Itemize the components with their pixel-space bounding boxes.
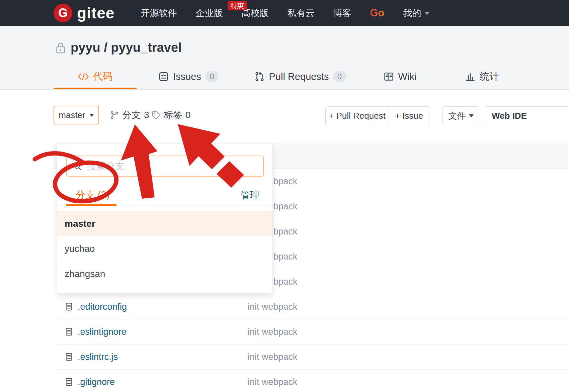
web-ide-button[interactable]: Web IDE bbox=[485, 106, 569, 125]
tab-statistics[interactable]: 统计 bbox=[465, 67, 499, 86]
active-tab-indicator bbox=[54, 88, 137, 89]
nav-item-enterprise[interactable]: 企业版 bbox=[195, 7, 223, 19]
branch-selector-label: master bbox=[59, 110, 85, 120]
file-icon bbox=[65, 377, 73, 387]
gitee-logo-icon[interactable]: G bbox=[54, 4, 72, 22]
commit-message-link[interactable]: init webpack bbox=[248, 302, 298, 312]
search-icon bbox=[72, 161, 82, 171]
tab-statistics-label: 统计 bbox=[480, 70, 499, 83]
branches-count: 3 bbox=[144, 110, 149, 120]
commit-message-link[interactable]: init webpack bbox=[248, 327, 298, 337]
file-menu-button[interactable]: 文件 bbox=[442, 106, 479, 125]
file-icon bbox=[65, 327, 73, 336]
pr-issue-button-group: + Pull Request + Issue bbox=[325, 106, 429, 125]
branch-option-yuchao[interactable]: yuchao bbox=[57, 236, 272, 261]
tab-wiki-label: Wiki bbox=[398, 71, 417, 82]
nav-item-my[interactable]: 我的 bbox=[403, 7, 430, 19]
chevron-down-icon bbox=[424, 12, 430, 15]
nav-menu: 开源软件 企业版 高校版 私有云 博客 Go 我的 bbox=[141, 7, 430, 19]
branches-label: 分支 bbox=[122, 109, 141, 121]
new-issue-button[interactable]: + Issue bbox=[389, 106, 429, 125]
file-name-link[interactable]: .eslintignore bbox=[78, 327, 127, 337]
tags-label: 标签 bbox=[164, 109, 182, 121]
brand-name[interactable]: gitee bbox=[77, 4, 114, 22]
tag-icon bbox=[151, 110, 161, 120]
branches-tab[interactable]: 分支 (3) bbox=[76, 188, 110, 202]
branches-stat[interactable]: 分支 3 bbox=[110, 106, 149, 124]
promo-badge: 特惠 bbox=[228, 1, 247, 10]
tab-code-label: 代码 bbox=[93, 70, 112, 83]
tab-pull-requests-label: Pull Requests bbox=[269, 71, 329, 82]
nav-item-private-cloud[interactable]: 私有云 bbox=[287, 7, 314, 19]
wiki-icon bbox=[384, 71, 394, 82]
issues-count-badge: 0 bbox=[205, 71, 219, 82]
lock-icon bbox=[55, 41, 67, 55]
chevron-down-icon bbox=[89, 114, 94, 117]
commit-message-link[interactable]: init webpack bbox=[248, 352, 298, 362]
branch-dropdown-panel: 分支 (3) 管理 master yuchao zhangsan bbox=[57, 143, 273, 293]
file-menu-label: 文件 bbox=[449, 110, 466, 122]
tab-pull-requests[interactable]: Pull Requests 0 bbox=[254, 67, 346, 86]
nav-item-opensource[interactable]: 开源软件 bbox=[141, 7, 177, 19]
table-row[interactable]: .eslintrc.js init webpack bbox=[54, 345, 568, 370]
branch-option-zhangsan[interactable]: zhangsan bbox=[57, 261, 272, 286]
repo-header: pyyu / pyyu_travel 代码 Issues 0 Pull Requ… bbox=[0, 26, 569, 90]
dropdown-active-tab-indicator bbox=[66, 204, 116, 206]
tags-stat[interactable]: 标签 0 bbox=[151, 106, 191, 124]
tab-wiki[interactable]: Wiki bbox=[384, 67, 417, 86]
table-row[interactable]: .editorconfig init webpack bbox=[54, 294, 568, 319]
tab-issues-label: Issues bbox=[173, 71, 201, 82]
nav-item-blog[interactable]: 博客 bbox=[333, 7, 351, 19]
commit-message-link[interactable]: init webpack bbox=[248, 377, 298, 387]
tab-code[interactable]: 代码 bbox=[78, 67, 112, 86]
tags-count: 0 bbox=[185, 110, 191, 120]
repo-title-row: pyyu / pyyu_travel bbox=[55, 40, 182, 55]
new-pull-request-button[interactable]: + Pull Request bbox=[325, 106, 389, 125]
file-icon bbox=[65, 302, 73, 311]
issues-icon bbox=[158, 71, 169, 82]
file-icon bbox=[65, 352, 73, 362]
chevron-down-icon bbox=[469, 114, 474, 117]
nav-item-go[interactable]: Go bbox=[370, 7, 384, 19]
page-title: pyyu / pyyu_travel bbox=[71, 40, 182, 55]
branch-selector-button[interactable]: master bbox=[54, 106, 99, 124]
manage-branches-link[interactable]: 管理 bbox=[241, 189, 259, 202]
pull-requests-count-badge: 0 bbox=[333, 71, 346, 82]
code-icon bbox=[78, 72, 89, 81]
top-navbar: G gitee 开源软件 企业版 高校版 私有云 博客 Go 我的 特惠 bbox=[0, 0, 569, 26]
file-name-link[interactable]: .eslintrc.js bbox=[78, 352, 118, 362]
dropdown-tab-row: 分支 (3) 管理 bbox=[57, 186, 272, 206]
tab-issues[interactable]: Issues 0 bbox=[158, 67, 219, 86]
branch-search-box[interactable] bbox=[66, 156, 264, 177]
branch-list: master yuchao zhangsan bbox=[57, 211, 272, 286]
branch-search-input[interactable] bbox=[87, 161, 263, 172]
pull-request-icon bbox=[254, 71, 265, 82]
table-row[interactable]: .eslintignore init webpack bbox=[54, 319, 568, 345]
nav-item-my-label: 我的 bbox=[403, 8, 421, 18]
branch-icon bbox=[110, 110, 119, 120]
branch-option-master[interactable]: master bbox=[57, 211, 272, 236]
table-row[interactable]: .gitignore init webpack bbox=[54, 370, 568, 392]
file-name-link[interactable]: .editorconfig bbox=[78, 302, 127, 312]
file-name-link[interactable]: .gitignore bbox=[78, 377, 115, 387]
bar-chart-icon bbox=[465, 71, 476, 82]
